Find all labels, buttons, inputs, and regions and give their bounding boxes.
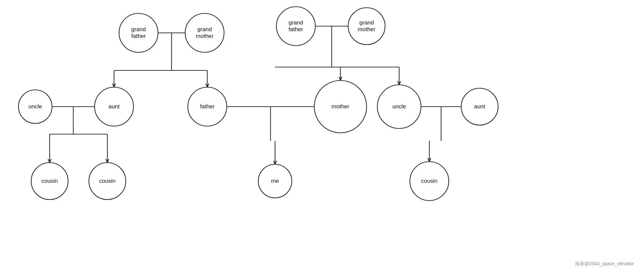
watermark: 洛谷@2044_space_elevator (575, 261, 634, 267)
family-tree-canvas (0, 0, 644, 273)
